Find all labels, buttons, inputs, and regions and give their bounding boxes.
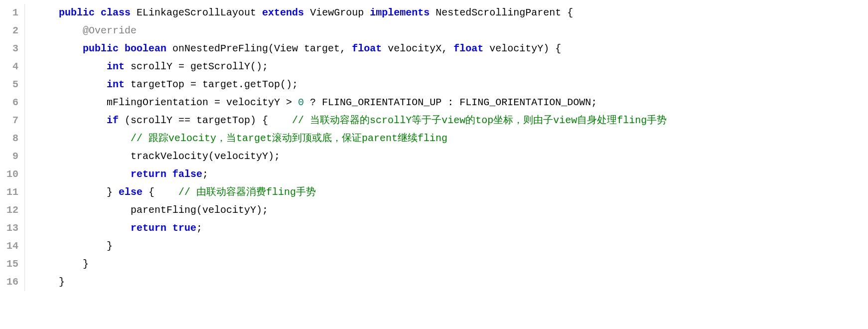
code-line[interactable]: // 跟踪velocity，当target滚动到顶或底，保证parent继续fl… <box>35 130 868 148</box>
code-token-comment: // 由联动容器消费fling手势 <box>178 186 316 198</box>
line-number: 4 <box>0 58 18 76</box>
code-token-num: 0 <box>298 97 304 108</box>
line-number: 6 <box>0 94 18 112</box>
code-token-plain: } <box>35 276 65 288</box>
code-token-comment: // 当联动容器的scrollY等于子view的top坐标，则由子view自身处… <box>292 115 667 126</box>
code-token-plain: ViewGroup <box>304 7 370 18</box>
code-line[interactable]: mFlingOrientation = velocityY > 0 ? FLIN… <box>35 94 868 112</box>
code-token-plain <box>35 79 107 90</box>
code-token-plain: } <box>35 258 89 270</box>
code-token-plain: onNestedPreFling(View target, <box>166 43 352 54</box>
line-number-gutter: 12345678910111213141516 <box>0 4 25 291</box>
code-line[interactable]: int targetTop = target.getTop(); <box>35 76 868 94</box>
code-token-plain <box>119 43 125 54</box>
code-token-plain: mFlingOrientation = velocityY > <box>35 97 298 108</box>
line-number: 5 <box>0 76 18 94</box>
code-token-kw: return <box>131 168 166 180</box>
code-line[interactable]: parentFling(velocityY); <box>35 201 868 219</box>
code-token-kw: boolean <box>125 43 166 54</box>
code-token-plain <box>35 43 83 54</box>
code-line[interactable]: } <box>35 237 868 255</box>
code-token-plain: ELinkageScrollLayout <box>131 7 262 18</box>
code-token-kw: int <box>107 79 125 90</box>
line-number: 15 <box>0 255 18 273</box>
code-token-kw: float <box>453 43 483 54</box>
code-editor[interactable]: public class ELinkageScrollLayout extend… <box>25 4 868 291</box>
code-token-plain <box>35 7 59 18</box>
code-token-kw: else <box>119 186 143 198</box>
code-token-kw: implements <box>370 7 430 18</box>
code-token-kw: class <box>101 7 131 18</box>
code-token-plain <box>95 7 101 18</box>
code-line[interactable]: return true; <box>35 219 868 237</box>
code-line[interactable]: return false; <box>35 165 868 183</box>
code-token-comment: // 跟踪velocity，当target滚动到顶或底，保证parent继续fl… <box>131 133 447 144</box>
code-token-plain <box>35 25 83 36</box>
code-token-kw: return <box>131 222 166 234</box>
line-number: 2 <box>0 22 18 40</box>
code-token-plain <box>35 133 131 144</box>
code-token-plain: NestedScrollingParent { <box>430 7 573 18</box>
code-token-plain <box>35 168 131 180</box>
code-token-plain: velocityX, <box>382 43 453 54</box>
code-line[interactable]: if (scrollY == targetTop) { // 当联动容器的scr… <box>35 112 868 130</box>
code-token-annotation: @Override <box>83 25 137 36</box>
code-token-plain: } <box>35 240 113 252</box>
code-token-plain <box>166 222 172 234</box>
code-token-plain: ; <box>202 168 208 180</box>
code-token-plain: scrollY = getScrollY(); <box>125 61 268 72</box>
code-token-plain: velocityY) { <box>483 43 561 54</box>
code-line[interactable]: int scrollY = getScrollY(); <box>35 58 868 76</box>
code-token-plain: parentFling(velocityY); <box>35 204 268 216</box>
code-token-kw: int <box>107 61 125 72</box>
code-token-plain: } <box>35 186 119 198</box>
code-token-plain <box>35 222 131 234</box>
code-token-plain <box>35 115 107 126</box>
code-line[interactable]: } <box>35 273 868 291</box>
code-line[interactable]: @Override <box>35 22 868 40</box>
code-token-kw: true <box>172 222 196 234</box>
code-token-plain: { <box>143 186 178 198</box>
code-token-kw: extends <box>262 7 304 18</box>
code-token-kw: false <box>172 168 202 180</box>
code-token-kw: public <box>59 7 95 18</box>
line-number: 10 <box>0 165 18 183</box>
line-number: 11 <box>0 183 18 201</box>
code-line[interactable]: public boolean onNestedPreFling(View tar… <box>35 40 868 58</box>
code-token-kw: if <box>107 115 119 126</box>
line-number: 1 <box>0 4 18 22</box>
code-token-kw: public <box>83 43 119 54</box>
code-token-plain: ; <box>196 222 202 234</box>
code-line[interactable]: trackVelocity(velocityY); <box>35 148 868 165</box>
code-token-plain: (scrollY == targetTop) { <box>119 115 292 126</box>
code-token-plain <box>166 168 172 180</box>
code-token-plain: trackVelocity(velocityY); <box>35 151 280 162</box>
code-line[interactable]: public class ELinkageScrollLayout extend… <box>35 4 868 22</box>
code-token-kw: float <box>352 43 382 54</box>
line-number: 12 <box>0 201 18 219</box>
line-number: 13 <box>0 219 18 237</box>
line-number: 9 <box>0 148 18 165</box>
line-number: 3 <box>0 40 18 58</box>
code-line[interactable]: } <box>35 255 868 273</box>
line-number: 7 <box>0 112 18 130</box>
code-token-plain: targetTop = target.getTop(); <box>125 79 298 90</box>
code-token-plain <box>35 61 107 72</box>
code-line[interactable]: } else { // 由联动容器消费fling手势 <box>35 183 868 201</box>
line-number: 14 <box>0 237 18 255</box>
code-token-plain: ? FLING_ORIENTATION_UP : FLING_ORIENTATI… <box>304 97 597 108</box>
line-number: 16 <box>0 273 18 291</box>
line-number: 8 <box>0 130 18 148</box>
